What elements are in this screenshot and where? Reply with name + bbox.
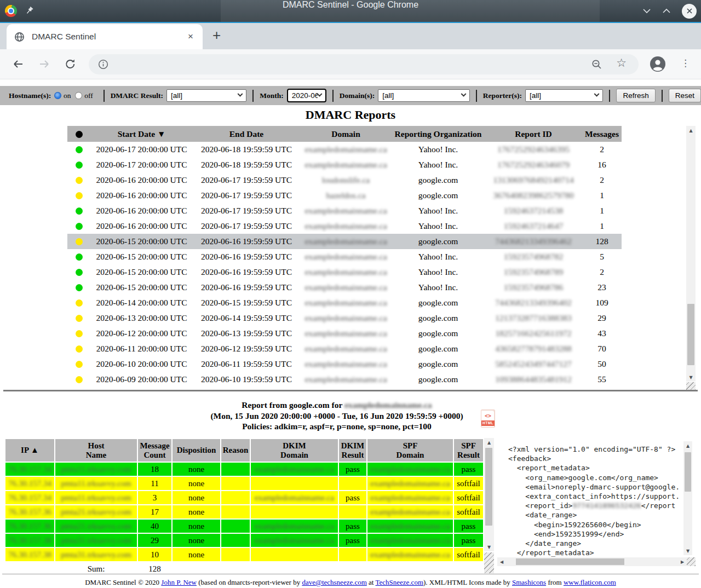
scroll-up-icon[interactable]: ▲ <box>686 126 696 135</box>
scroll-left-icon[interactable]: ◀ <box>497 557 506 566</box>
scroll-up-icon[interactable]: ▲ <box>484 438 494 447</box>
domain-redacted: exampledomainname.ca <box>304 344 387 353</box>
xml-line: <feedback> <box>508 454 679 463</box>
report-row[interactable]: 2020-06-11 20:00:00 UTC2020-06-12 19:59:… <box>67 341 622 356</box>
report-row[interactable]: 2020-06-15 20:00:00 UTC2020-06-16 19:59:… <box>67 249 622 264</box>
new-tab-button[interactable]: + <box>212 27 221 44</box>
spf-domain-redacted: exampledomainname.ca <box>370 493 450 502</box>
tab-dmarc-sentinel[interactable]: DMARC Sentinel × <box>7 24 203 49</box>
footer-link[interactable]: dave@techsneeze.com <box>302 578 366 586</box>
html-view-icon[interactable]: <> HTML <box>481 410 495 428</box>
reports-scrollbar[interactable]: ▲ ▼ <box>686 126 696 382</box>
globe-icon <box>14 32 25 42</box>
forward-icon[interactable] <box>38 59 50 70</box>
report-row[interactable]: 2020-06-12 20:00:00 UTC2020-06-13 19:59:… <box>67 326 622 341</box>
end-date: 2020-06-17 19:59:59 UTC <box>193 188 300 203</box>
scrollbar-thumb[interactable] <box>485 448 492 526</box>
report-row[interactable]: 2020-06-13 20:00:00 UTC2020-06-14 19:59:… <box>67 310 622 326</box>
hostname-off-label: off <box>84 91 93 100</box>
bookmark-star-icon[interactable]: ☆ <box>616 56 627 70</box>
scroll-down-icon[interactable]: ▼ <box>686 373 696 382</box>
report-row[interactable]: 2020-06-09 20:00:00 UTC2020-06-10 19:59:… <box>67 372 622 387</box>
col-messages[interactable]: Messages <box>582 126 622 142</box>
report-row[interactable]: 2020-06-17 20:00:00 UTC2020-06-18 19:59:… <box>67 142 622 157</box>
reporting-org: google.com <box>392 234 485 249</box>
col-start-date[interactable]: Start Date ▼ <box>90 126 193 142</box>
close-window-icon[interactable] <box>682 4 697 19</box>
report-row[interactable]: 2020-06-16 20:00:00 UTC2020-06-17 19:59:… <box>67 172 622 188</box>
scroll-right-icon[interactable]: ▶ <box>678 557 687 566</box>
detail-scrollbar[interactable]: ▲ ▼ <box>484 438 494 551</box>
ip: 76.30.157.34 <box>5 477 54 490</box>
footer-link[interactable]: TechSneeze.com <box>375 578 423 586</box>
resize-grip[interactable] <box>687 557 696 566</box>
col-reporting-org[interactable]: Reporting Organization <box>392 126 485 142</box>
status-dot-cell <box>67 280 90 295</box>
report-row[interactable]: 2020-06-10 20:00:00 UTC2020-06-11 19:59:… <box>67 356 622 372</box>
page-info-icon[interactable] <box>98 59 108 70</box>
host-name-redacted: pmta31.trksavvy.com <box>61 536 131 545</box>
scrollbar-thumb[interactable] <box>516 558 624 565</box>
report-row[interactable]: 2020-06-14 20:00:00 UTC2020-06-15 19:59:… <box>67 295 622 310</box>
back-icon[interactable] <box>12 59 24 70</box>
tab-title: DMARC Sentinel <box>32 32 186 42</box>
report-row[interactable]: 2020-06-16 20:00:00 UTC2020-06-17 19:59:… <box>67 188 622 203</box>
dmarc-result-select[interactable]: [all] <box>166 89 246 102</box>
report-id: 1313069768492140714 <box>485 172 582 188</box>
hostname-off-radio[interactable] <box>75 92 82 99</box>
reset-button[interactable]: Reset <box>669 89 701 102</box>
scroll-up-icon[interactable]: ▲ <box>683 441 692 450</box>
resize-grip[interactable] <box>686 382 696 390</box>
report-row[interactable]: 2020-06-15 20:00:00 UTC2020-06-16 19:59:… <box>67 280 622 295</box>
month-value: 2020-06 <box>292 91 318 100</box>
xml-hscrollbar[interactable]: ◀ ▶ <box>497 557 687 566</box>
detail-heading-line1: Report from google.com for exampledomain… <box>0 400 674 411</box>
footer-link[interactable]: Smashicons <box>512 578 546 586</box>
report-id: 15923574968786 <box>485 280 582 295</box>
minimize-icon[interactable] <box>642 8 651 14</box>
reporter-select[interactable]: [all] <box>525 89 603 102</box>
maximize-icon[interactable] <box>662 8 671 14</box>
domain-value: [all] <box>382 91 462 100</box>
tab-close-icon[interactable]: × <box>186 31 195 42</box>
profile-avatar[interactable] <box>650 56 666 72</box>
menu-kebab-icon[interactable]: ⋮ <box>681 57 690 68</box>
report-row[interactable]: 2020-06-16 20:00:00 UTC2020-06-17 19:59:… <box>67 203 622 218</box>
footer-link[interactable]: www.flaticon.com <box>564 578 616 586</box>
report-row[interactable]: 2020-06-15 20:00:00 UTC2020-06-16 19:59:… <box>67 264 622 280</box>
dkim-result <box>339 505 366 518</box>
month-select[interactable]: 2020-06 <box>287 89 326 102</box>
domain-select[interactable]: [all] <box>378 89 470 102</box>
hostname-on-radio[interactable] <box>54 92 61 99</box>
detail-row: 76.30.157.36pmta21.trksavvy.com17noneexa… <box>5 505 483 518</box>
scroll-down-icon[interactable]: ▼ <box>484 543 494 551</box>
status-dot-cell <box>67 356 90 372</box>
report-row[interactable]: 2020-06-17 20:00:00 UTC2020-06-18 19:59:… <box>67 157 622 172</box>
resize-grip[interactable] <box>484 552 494 573</box>
spf-domain-redacted: exampledomainname.ca <box>370 479 450 488</box>
end-date: 2020-06-17 19:59:59 UTC <box>193 218 300 234</box>
report-row[interactable]: 2020-06-16 20:00:00 UTC2020-06-17 19:59:… <box>67 218 622 234</box>
end-date: 2020-06-14 19:59:59 UTC <box>193 310 300 326</box>
col-end-date[interactable]: End Date <box>193 126 300 142</box>
xml-vscrollbar[interactable]: ▲ ▼ <box>683 441 692 555</box>
report-row[interactable]: 2020-06-15 20:00:00 UTC2020-06-16 19:59:… <box>67 234 622 249</box>
scrollbar-thumb[interactable] <box>685 452 691 492</box>
refresh-button[interactable]: Refresh <box>616 89 655 102</box>
col-dkim-domain: DKIM Domain <box>251 439 338 462</box>
address-bar[interactable]: ☆ <box>89 54 639 74</box>
report-id: 744368213349396462 <box>485 234 582 249</box>
zoom-out-icon[interactable] <box>591 59 602 70</box>
col-domain[interactable]: Domain <box>300 126 392 142</box>
report-id: 15923574968782 <box>485 249 582 264</box>
col-ip[interactable]: IP ▲ <box>5 439 54 462</box>
detail-table: IP ▲ Host Name Message Count Disposition… <box>4 438 484 573</box>
scroll-down-icon[interactable]: ▼ <box>683 546 692 555</box>
chevron-down-icon <box>238 91 243 97</box>
scrollbar-thumb[interactable] <box>687 304 694 365</box>
domain: exampledomainname.ca <box>300 218 392 234</box>
col-report-id[interactable]: Report ID <box>485 126 582 142</box>
status-dot-cell <box>67 295 90 310</box>
reload-icon[interactable] <box>65 59 77 70</box>
footer-link[interactable]: John P. New <box>161 578 197 586</box>
